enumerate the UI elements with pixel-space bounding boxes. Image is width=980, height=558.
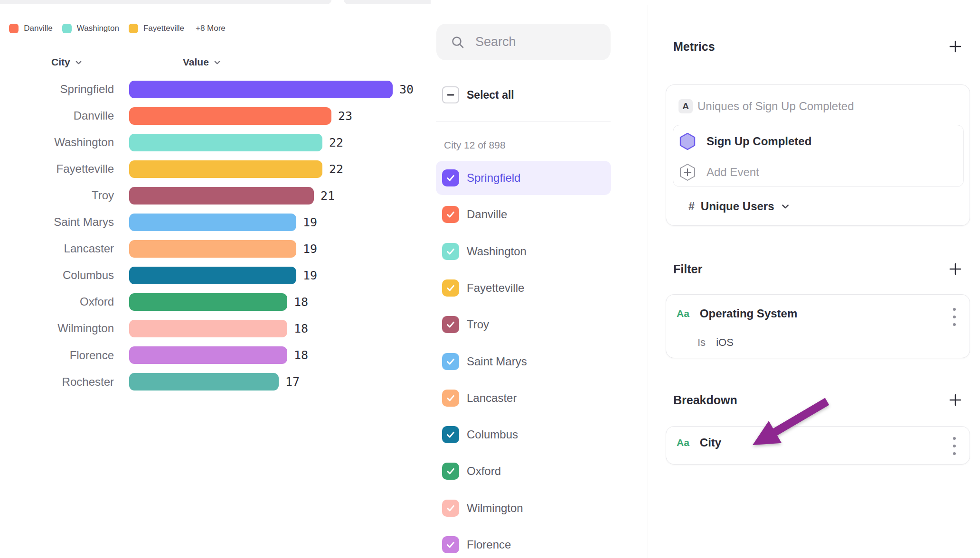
check-icon [445,173,456,183]
list-item[interactable]: Wilmington [436,491,611,525]
checkbox-checked[interactable] [442,243,459,260]
event-hexagon-icon [679,132,696,150]
list-item[interactable]: Danville [436,197,611,232]
bar-value-label: 22 [329,134,343,151]
bar-value-label: 19 [303,240,317,258]
aggregation-dropdown[interactable]: # Unique Users [688,200,790,213]
bar-segment[interactable] [129,346,287,364]
segment-count-label: City 12 of 898 [444,140,506,151]
list-item[interactable]: Troy [436,307,611,342]
bar-segment[interactable] [129,160,322,178]
list-item-label: Saint Marys [467,344,527,379]
bar-value-label: 18 [294,346,308,364]
list-item[interactable]: Lancaster [436,381,611,415]
list-item[interactable]: Oxford [436,454,611,488]
select-all-row[interactable]: Select all [442,86,514,103]
metric-summary: Uniques of Sign Up Completed [697,99,854,113]
checkbox-checked[interactable] [442,390,459,407]
bar-segment[interactable] [129,373,279,391]
list-item[interactable]: Florence [436,528,611,558]
breakdown-card: Aa City [666,426,970,465]
overflow-menu-icon[interactable] [952,307,956,327]
event-selector-card: Sign Up Completed Add Event [673,125,964,187]
bar-segment[interactable] [129,134,322,151]
bar-value-label: 22 [329,160,343,178]
checkbox-checked[interactable] [442,536,459,553]
bar-category-label: Fayetteville [0,160,114,178]
add-metric-button[interactable] [947,38,963,55]
add-event-label: Add Event [707,166,759,179]
bar-category-label: Columbus [0,267,114,284]
number-type-icon: # [688,200,695,213]
metric-card: A Uniques of Sign Up Completed Sign Up C… [666,84,970,226]
divider [436,121,611,121]
string-type-icon: Aa [677,308,689,319]
metrics-heading: Metrics [673,40,715,54]
search-icon [451,35,465,49]
plus-icon [949,262,962,276]
list-item[interactable]: Saint Marys [436,344,611,379]
overflow-menu-icon[interactable] [952,436,956,456]
check-icon [445,539,456,550]
checkbox-checked[interactable] [442,500,459,517]
list-item[interactable]: Washington [436,234,611,269]
checkbox-checked[interactable] [442,426,459,443]
list-item[interactable]: Fayetteville [436,271,611,305]
list-item-label: Columbus [467,418,518,452]
list-item-label: Lancaster [467,381,517,415]
bar-segment[interactable] [129,81,393,98]
bar-value-label: 17 [285,373,300,391]
breakdown-property-row[interactable]: Aa City [677,436,721,449]
bar-category-label: Danville [0,107,114,125]
bar-value-label: 19 [303,214,317,231]
bar-category-label: Saint Marys [0,214,114,231]
add-breakdown-button[interactable] [947,392,963,408]
bar-segment[interactable] [129,267,296,284]
plus-icon [949,393,962,407]
bar-category-label: Oxford [0,293,114,311]
minus-icon [446,90,455,100]
check-icon [445,283,456,293]
list-item[interactable]: Columbus [436,418,611,452]
list-item[interactable]: Springfield [436,161,611,195]
bar-segment[interactable] [129,214,296,231]
bar-segment[interactable] [129,187,314,205]
bar-segment[interactable] [129,293,287,311]
bar-segment[interactable] [129,240,296,258]
bar-segment[interactable] [129,320,287,337]
select-all-checkbox-indeterminate[interactable] [442,86,459,103]
checkbox-checked[interactable] [442,279,459,297]
search-box[interactable] [436,24,611,60]
check-icon [445,466,456,476]
add-event-row[interactable]: Add Event [679,163,759,181]
checkbox-checked[interactable] [442,463,459,480]
checkbox-checked[interactable] [442,169,459,186]
bar-chart: Springfield30Danville23Washington22Fayet… [0,0,431,558]
search-input[interactable] [475,35,603,49]
bar-category-label: Springfield [0,81,114,98]
filter-heading: Filter [673,262,702,276]
select-all-label: Select all [467,89,514,102]
checkbox-checked[interactable] [442,316,459,333]
filter-value: iOS [716,336,734,349]
breakdown-heading: Breakdown [673,393,737,407]
check-icon [445,356,456,367]
filter-property-row[interactable]: Aa Operating System [677,307,797,320]
bar-value-label: 23 [338,107,352,125]
list-item-label: Florence [467,528,511,558]
filter-property-name: Operating System [700,307,797,320]
check-icon [445,429,456,440]
add-filter-button[interactable] [947,261,963,277]
selected-event-row[interactable]: Sign Up Completed [679,132,811,150]
bar-segment[interactable] [129,107,331,125]
bar-category-label: Lancaster [0,240,114,258]
bar-category-label: Rochester [0,373,114,391]
bar-category-label: Troy [0,187,114,205]
query-builder-panel: Metrics A Uniques of Sign Up Completed S… [648,0,980,558]
checkbox-checked[interactable] [442,206,459,223]
breakdown-property-name: City [700,436,721,449]
selected-event-name: Sign Up Completed [707,135,811,148]
add-event-hexagon-icon [679,163,696,181]
checkbox-checked[interactable] [442,353,459,370]
filter-condition-row[interactable]: Is iOS [697,336,734,349]
